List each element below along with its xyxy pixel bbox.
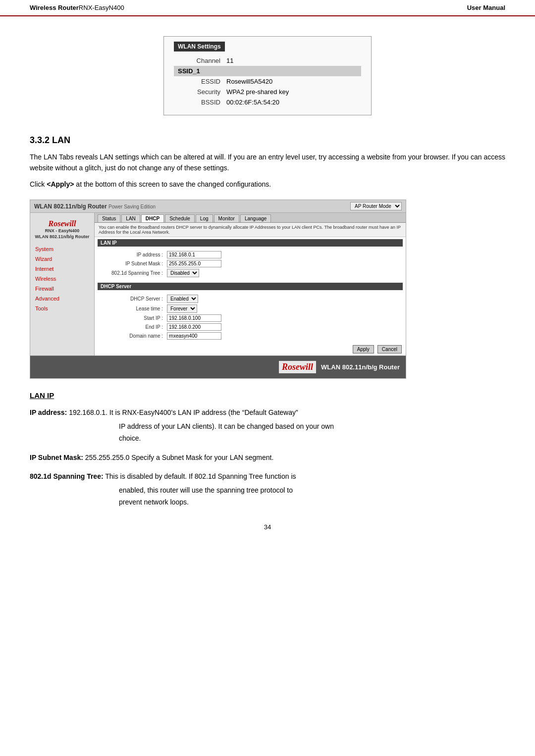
dhcp-server-row: DHCP Server : Enabled xyxy=(98,295,403,303)
lan-ip-form: IP address : IP Subnet Mask : 802.1d Spa… xyxy=(95,248,406,281)
ip-address-label: IP address : xyxy=(98,252,167,257)
tab-lan[interactable]: LAN xyxy=(121,214,140,222)
end-ip-row: End IP : xyxy=(98,323,403,331)
ip-address-row: IP address : xyxy=(98,251,403,258)
router-model-line1: RNX - EasyN400 xyxy=(34,228,90,234)
router-top-bar: WLAN 802.11n/b/g Router Power Saving Edi… xyxy=(30,200,406,213)
dhcp-form: DHCP Server : Enabled Lease time : Forev… xyxy=(95,291,406,343)
start-ip-label: Start IP : xyxy=(98,315,167,321)
router-mode-select[interactable]: AP Router Mode xyxy=(350,202,402,210)
bssid-label: BSSID xyxy=(174,97,223,107)
spanning-def-line1: This is disabled by default. If 802.1d S… xyxy=(105,472,296,480)
router-title-sub: Power Saving Edition xyxy=(108,204,156,209)
wlan-settings-table: Channel 11 SSID_1 ESSID Rosewill5A5420 S… xyxy=(174,55,361,107)
bssid-value: 00:02:6F:5A:54:20 xyxy=(223,97,361,107)
dhcp-section-header: DHCP Server xyxy=(98,283,403,290)
page-number: 34 xyxy=(30,523,505,531)
header-product-bold: Wireless Router xyxy=(30,4,79,11)
essid-value: Rosewill5A5420 xyxy=(223,76,361,87)
router-model-line2: WLAN 802.11n/b/g Router xyxy=(34,234,90,240)
sidebar-item-wireless[interactable]: Wireless xyxy=(30,274,94,284)
domain-row: Domain name : xyxy=(98,332,403,340)
start-ip-row: Start IP : xyxy=(98,314,403,322)
lan-ip-subsection-heading: LAN IP xyxy=(30,391,505,400)
section-332-para1: The LAN Tabs reveals LAN settings which … xyxy=(30,151,505,174)
router-screenshot: WLAN 802.11n/b/g Router Power Saving Edi… xyxy=(30,200,406,379)
subnet-input[interactable] xyxy=(167,260,221,267)
tab-dhcp[interactable]: DHCP xyxy=(141,214,164,222)
start-ip-input[interactable] xyxy=(167,314,221,322)
header-right: User Manual xyxy=(467,4,505,11)
subnet-term: IP Subnet Mask: xyxy=(30,454,83,461)
header-product-normal: RNX-EasyN400 xyxy=(79,4,124,11)
wlan-settings-title: WLAN Settings xyxy=(174,42,225,51)
spanning-def: 802.1d Spanning Tree: This is disabled b… xyxy=(30,471,505,508)
subnet-def: IP Subnet Mask: 255.255.255.0 Specify a … xyxy=(30,452,505,464)
essid-row: ESSID Rosewill5A5420 xyxy=(174,76,361,87)
ip-address-input[interactable] xyxy=(167,251,221,258)
channel-row: Channel 11 xyxy=(174,55,361,66)
security-row: Security WPA2 pre-shared key xyxy=(174,87,361,97)
sidebar-item-advanced[interactable]: Advanced xyxy=(30,294,94,303)
ip-def-line3: choice. xyxy=(119,434,141,442)
ip-address-def1: 192.168.0.1. It is RNX-EasyN400’s LAN IP… xyxy=(69,408,298,416)
spanning-row: 802.1d Spanning Tree : Disabled xyxy=(98,269,403,277)
router-main: Status LAN DHCP Schedule Log Monitor Lan… xyxy=(95,213,406,355)
lease-row: Lease time : Forever xyxy=(98,304,403,313)
router-title-plain: WLAN 802.11n/b/g Router xyxy=(34,203,107,210)
ip-address-def-indent: IP address of your LAN clients). It can … xyxy=(30,421,505,445)
apply-button[interactable]: Apply xyxy=(353,345,374,353)
bssid-row: BSSID 00:02:6F:5A:54:20 xyxy=(174,97,361,107)
spanning-term: 802.1d Spanning Tree: xyxy=(30,472,104,480)
ip-def-line2: IP address of your LAN clients). It can … xyxy=(119,422,334,430)
router-body: Rosewill RNX - EasyN400 WLAN 802.11n/b/g… xyxy=(30,213,406,355)
sidebar-item-internet[interactable]: Internet xyxy=(30,264,94,274)
tab-log[interactable]: Log xyxy=(196,214,213,222)
domain-input[interactable] xyxy=(167,332,221,340)
main-content: WLAN Settings Channel 11 SSID_1 ESSID Ro… xyxy=(0,16,535,546)
spanning-label: 802.1d Spanning Tree : xyxy=(98,270,167,276)
footer-text: WLAN 802.11n/b/g Router xyxy=(321,363,400,371)
security-value: WPA2 pre-shared key xyxy=(223,87,361,97)
channel-value: 11 xyxy=(223,55,361,66)
lease-select[interactable]: Forever xyxy=(167,304,197,313)
spanning-def-line3: prevent network loops. xyxy=(119,498,189,506)
cancel-button[interactable]: Cancel xyxy=(377,345,402,353)
rosewill-logo: Rosewill xyxy=(34,219,90,228)
lease-label: Lease time : xyxy=(98,306,167,311)
sidebar-item-firewall[interactable]: Firewall xyxy=(30,284,94,294)
sidebar-item-wizard[interactable]: Wizard xyxy=(30,254,94,264)
router-title: WLAN 802.11n/b/g Router Power Saving Edi… xyxy=(34,203,156,210)
tab-language[interactable]: Language xyxy=(240,214,271,222)
section-332-heading: 3.3.2 LAN xyxy=(30,135,505,146)
router-logo-area: Rosewill RNX - EasyN400 WLAN 802.11n/b/g… xyxy=(30,215,94,244)
essid-label: ESSID xyxy=(174,76,223,87)
apply-emphasis: <Apply> xyxy=(47,180,74,188)
tab-schedule[interactable]: Schedule xyxy=(165,214,195,222)
sidebar-item-system[interactable]: System xyxy=(30,244,94,254)
ssid-row: SSID_1 xyxy=(174,66,361,76)
header-left: Wireless RouterRNX-EasyN400 xyxy=(30,4,124,11)
subnet-row: IP Subnet Mask : xyxy=(98,260,403,267)
router-mode-area: AP Router Mode xyxy=(350,202,402,210)
tab-monitor[interactable]: Monitor xyxy=(214,214,239,222)
ip-address-def: IP address: 192.168.0.1. It is RNX-EasyN… xyxy=(30,407,505,444)
dhcp-server-label: DHCP Server : xyxy=(98,296,167,302)
subnet-label: IP Subnet Mask : xyxy=(98,261,167,266)
security-label: Security xyxy=(174,87,223,97)
spanning-select[interactable]: Disabled xyxy=(167,269,199,277)
router-buttons: Apply Cancel xyxy=(95,343,406,355)
router-sidebar: Rosewill RNX - EasyN400 WLAN 802.11n/b/g… xyxy=(30,213,95,355)
tab-status[interactable]: Status xyxy=(98,214,120,222)
footer-rosewill-logo: Rosewill xyxy=(279,361,316,373)
spanning-def-line2: enabled, this router will use the spanni… xyxy=(119,486,293,494)
dhcp-server-select[interactable]: Enabled xyxy=(167,295,198,303)
ssid-name: SSID_1 xyxy=(174,66,361,76)
channel-label: Channel xyxy=(174,55,223,66)
end-ip-input[interactable] xyxy=(167,323,221,331)
ip-address-term: IP address: xyxy=(30,408,67,416)
domain-label: Domain name : xyxy=(98,333,167,339)
sidebar-item-tools[interactable]: Tools xyxy=(30,303,94,313)
router-info-bar: You can enable the Broadband routers DHC… xyxy=(95,223,406,237)
wlan-settings-box: WLAN Settings Channel 11 SSID_1 ESSID Ro… xyxy=(163,36,372,115)
